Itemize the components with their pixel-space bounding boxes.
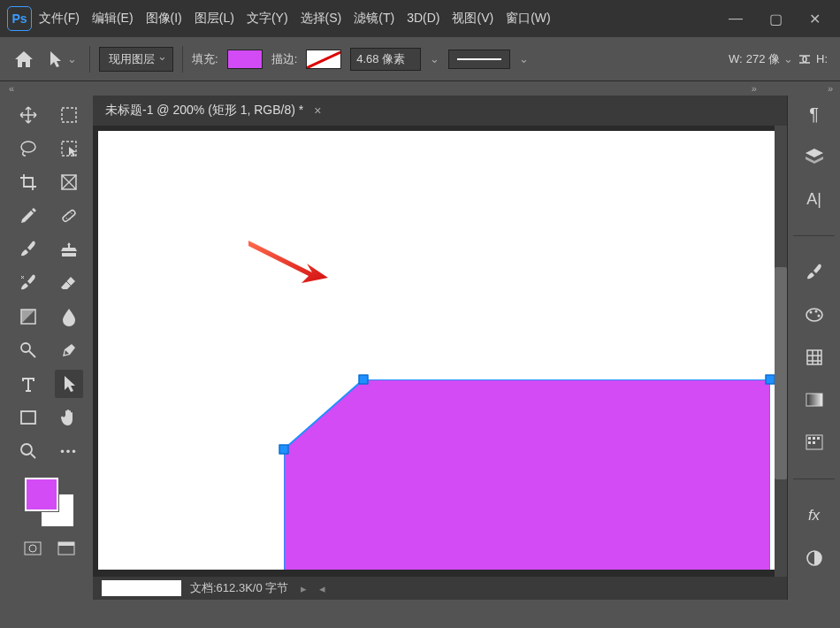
- fx-panel-icon[interactable]: fx: [801, 504, 828, 527]
- selection-handle[interactable]: [766, 375, 775, 385]
- dodge-tool[interactable]: [14, 336, 42, 364]
- dropdown-icon[interactable]: ⌄: [519, 52, 529, 65]
- stroke-swatch[interactable]: [306, 50, 341, 69]
- maximize-button[interactable]: ▢: [769, 11, 783, 27]
- layer-mode-select[interactable]: 现用图层: [99, 47, 173, 72]
- selection-handle[interactable]: [359, 375, 369, 385]
- dropdown-icon[interactable]: ⌄: [783, 52, 793, 65]
- status-arrow2-icon[interactable]: ◂: [319, 582, 325, 595]
- link-icon[interactable]: [797, 52, 813, 66]
- menu-edit[interactable]: 编辑(E): [92, 11, 134, 27]
- tab-close-button[interactable]: ×: [314, 103, 321, 118]
- canvas[interactable]: [98, 131, 775, 570]
- document-info[interactable]: 文档:612.3K/0 字节: [190, 580, 288, 596]
- svg-rect-19: [806, 394, 822, 406]
- svg-point-5: [65, 212, 73, 219]
- stroke-width-input[interactable]: 4.68 像素: [350, 48, 421, 71]
- fill-label: 填充:: [192, 51, 218, 67]
- menu-view[interactable]: 视图(V): [452, 11, 493, 27]
- options-bar: ⌄ 现用图层 填充: 描边: 4.68 像素 ⌄ ⌄ W: 272 像 ⌄ H:: [0, 37, 840, 81]
- character-panel-icon[interactable]: A|: [801, 188, 828, 211]
- app-logo: Ps: [7, 6, 32, 31]
- stroke-style-preview[interactable]: [448, 50, 510, 69]
- close-button[interactable]: ✕: [809, 11, 821, 27]
- adjustments-panel-icon[interactable]: [801, 547, 828, 570]
- move-tool[interactable]: [14, 101, 42, 129]
- clone-stamp-tool[interactable]: [55, 235, 83, 264]
- svg-point-18: [817, 315, 820, 318]
- hand-tool[interactable]: [55, 403, 83, 432]
- menu-image[interactable]: 图像(I): [146, 11, 182, 27]
- menu-3d[interactable]: 3D(D): [407, 11, 439, 27]
- width-value[interactable]: 272 像: [746, 51, 780, 67]
- foreground-color-swatch[interactable]: [25, 478, 58, 511]
- screenmode-tool[interactable]: [56, 538, 77, 559]
- shape-polygon: [284, 379, 770, 570]
- minimize-button[interactable]: —: [729, 11, 743, 27]
- brush-tool[interactable]: [14, 235, 42, 264]
- swatches-panel-icon[interactable]: [801, 303, 828, 326]
- menu-bar: 文件(F) 编辑(E) 图像(I) 图层(L) 文字(Y) 选择(S) 滤镜(T…: [39, 11, 729, 27]
- pattern-panel-icon[interactable]: [801, 431, 828, 454]
- panel-collapse-bar: « » »: [0, 81, 840, 96]
- svg-point-9: [21, 444, 32, 455]
- zoom-input[interactable]: [102, 580, 181, 596]
- fill-swatch[interactable]: [227, 50, 263, 69]
- menu-window[interactable]: 窗口(W): [506, 11, 551, 27]
- menu-type[interactable]: 文字(Y): [247, 11, 288, 27]
- quickmask-tool[interactable]: [22, 538, 43, 559]
- zoom-tool[interactable]: [14, 437, 42, 465]
- tool-indicator[interactable]: ⌄: [44, 46, 80, 73]
- svg-rect-4: [62, 210, 76, 223]
- type-tool[interactable]: [14, 370, 42, 398]
- layers-panel-icon[interactable]: [801, 145, 828, 168]
- history-brush-tool[interactable]: [14, 269, 42, 297]
- menu-file[interactable]: 文件(F): [39, 11, 80, 27]
- title-bar: Ps 文件(F) 编辑(E) 图像(I) 图层(L) 文字(Y) 选择(S) 滤…: [0, 0, 840, 37]
- spot-heal-tool[interactable]: [55, 202, 83, 230]
- crop-tool[interactable]: [14, 168, 42, 196]
- brush-panel-icon[interactable]: [801, 261, 828, 284]
- eraser-tool[interactable]: [55, 269, 83, 297]
- vertical-scrollbar[interactable]: [775, 126, 787, 577]
- lasso-tool[interactable]: [14, 134, 42, 163]
- marquee-tool[interactable]: [55, 101, 83, 129]
- width-label: W:: [729, 52, 743, 65]
- window-controls: — ▢ ✕: [729, 11, 821, 27]
- color-swatches: [25, 478, 74, 527]
- selected-shape[interactable]: [284, 379, 770, 570]
- svg-rect-0: [62, 108, 76, 122]
- selection-handle[interactable]: [279, 445, 289, 455]
- eyedropper-tool[interactable]: [14, 202, 42, 230]
- scroll-thumb[interactable]: [775, 267, 787, 479]
- dropdown-icon[interactable]: ⌄: [430, 52, 439, 65]
- svg-rect-10: [25, 542, 41, 555]
- home-icon[interactable]: [12, 49, 35, 70]
- menu-filter[interactable]: 滤镜(T): [354, 11, 394, 27]
- svg-point-17: [814, 310, 817, 313]
- svg-rect-13: [58, 542, 74, 546]
- collapse-right-icon[interactable]: »: [752, 83, 757, 94]
- gradient-panel-icon[interactable]: [801, 388, 828, 411]
- grid-panel-icon[interactable]: [801, 346, 828, 369]
- document-tab-title[interactable]: 未标题-1 @ 200% (矩形 1, RGB/8) *: [105, 103, 303, 119]
- collapse-right2-icon[interactable]: »: [828, 83, 833, 94]
- main-area: ••• 未标题-1 @ 200% (矩形 1, RGB/8) * ×: [0, 96, 840, 600]
- status-bar: 文档:612.3K/0 字节 ▸ ◂: [93, 577, 787, 600]
- svg-point-15: [806, 309, 822, 321]
- quick-select-tool[interactable]: [55, 134, 83, 163]
- collapse-left-icon[interactable]: «: [9, 83, 14, 94]
- menu-layer[interactable]: 图层(L): [195, 11, 234, 27]
- pen-tool[interactable]: [55, 336, 83, 364]
- status-arrow-icon[interactable]: ▸: [301, 582, 307, 595]
- gradient-tool[interactable]: [14, 303, 42, 331]
- more-tools[interactable]: •••: [55, 437, 83, 465]
- toolbox: •••: [0, 96, 93, 600]
- svg-point-11: [29, 545, 36, 552]
- path-select-tool[interactable]: [55, 370, 83, 398]
- blur-tool[interactable]: [55, 303, 83, 331]
- paragraph-panel-icon[interactable]: ¶: [801, 103, 828, 126]
- frame-tool[interactable]: [55, 168, 83, 196]
- rectangle-tool[interactable]: [14, 403, 42, 432]
- menu-select[interactable]: 选择(S): [301, 11, 342, 27]
